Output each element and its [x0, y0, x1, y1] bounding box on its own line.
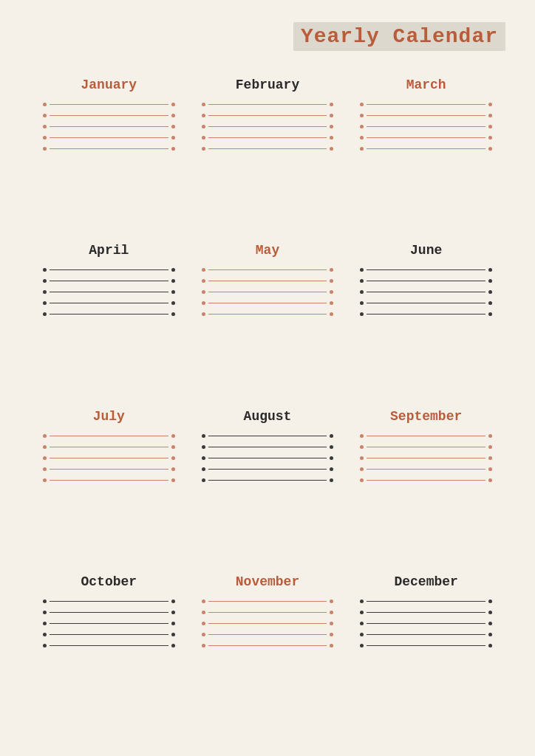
line-dash — [208, 148, 327, 149]
line-row — [202, 644, 334, 647]
month-block-june: June — [347, 237, 505, 402]
line-dash — [50, 292, 168, 292]
title-highlight: Yearly Calendar — [293, 22, 505, 51]
line-row — [360, 633, 492, 636]
line-dot-left — [43, 290, 47, 294]
month-block-october: October — [30, 568, 188, 734]
month-block-april: April — [30, 237, 188, 402]
line-dot-right — [330, 312, 333, 316]
line-dot-right — [171, 268, 175, 272]
line-dot-right — [171, 434, 175, 438]
line-dot-left — [202, 467, 205, 471]
line-dash — [208, 480, 327, 481]
line-dot-left — [43, 467, 47, 471]
line-dash — [367, 601, 485, 602]
line-dot-left — [202, 478, 205, 482]
line-dash — [50, 634, 168, 635]
line-dot-left — [360, 290, 364, 294]
line-row — [360, 114, 492, 117]
line-dot-right — [330, 456, 333, 460]
line-dash — [367, 115, 485, 116]
month-block-january: January — [30, 72, 188, 237]
month-block-november: November — [188, 568, 347, 734]
month-name-march: March — [360, 78, 492, 92]
line-dot-left — [360, 622, 364, 625]
line-dash — [367, 314, 485, 315]
line-dot-right — [330, 279, 333, 283]
line-dot-left — [360, 268, 364, 272]
line-dot-left — [202, 125, 205, 128]
line-dot-left — [360, 599, 364, 603]
line-dash — [50, 314, 168, 315]
line-dot-right — [488, 301, 492, 305]
line-row — [202, 103, 334, 106]
line-dot-left — [202, 312, 205, 316]
lines-container-march — [360, 103, 492, 151]
line-dash — [367, 269, 485, 270]
line-dash — [208, 104, 327, 105]
line-row — [43, 644, 175, 647]
line-dash — [50, 645, 168, 646]
line-row — [360, 301, 492, 305]
line-dash — [50, 126, 168, 127]
line-dash — [208, 458, 327, 458]
line-dot-left — [43, 611, 47, 614]
line-dot-right — [171, 467, 175, 471]
line-dot-left — [360, 114, 364, 117]
line-dot-right — [488, 103, 492, 106]
line-dot-right — [171, 445, 175, 449]
line-dot-right — [488, 456, 492, 460]
line-dash — [208, 612, 327, 613]
line-dash — [50, 436, 168, 436]
month-name-january: January — [43, 78, 175, 92]
line-row — [202, 136, 334, 140]
line-dash — [50, 115, 168, 116]
line-row — [43, 103, 175, 106]
line-dot-left — [202, 434, 205, 438]
line-row — [43, 622, 175, 625]
line-dot-right — [171, 633, 175, 636]
line-dot-right — [171, 478, 175, 482]
month-block-may: May — [188, 237, 347, 402]
line-row — [360, 103, 492, 106]
line-row — [43, 301, 175, 305]
line-dot-right — [330, 147, 333, 151]
line-dot-left — [43, 279, 47, 283]
line-dot-left — [202, 644, 205, 647]
lines-container-november — [202, 599, 334, 647]
line-dash — [367, 436, 485, 436]
line-row — [202, 147, 334, 151]
line-dash — [208, 303, 327, 303]
line-row — [202, 312, 334, 316]
line-dot-left — [360, 125, 364, 128]
line-row — [202, 478, 334, 482]
line-dot-left — [202, 445, 205, 449]
line-dash — [367, 634, 485, 635]
line-dot-left — [43, 633, 47, 636]
line-dot-right — [330, 114, 333, 117]
line-row — [202, 599, 334, 603]
line-row — [43, 633, 175, 636]
month-name-july: July — [43, 409, 175, 424]
line-dot-right — [488, 125, 492, 128]
line-row — [202, 279, 334, 283]
line-dot-left — [202, 633, 205, 636]
line-dot-left — [360, 434, 364, 438]
line-dot-left — [360, 312, 364, 316]
line-row — [43, 114, 175, 117]
line-row — [360, 136, 492, 140]
line-dot-left — [202, 611, 205, 614]
line-dash — [367, 303, 485, 303]
line-dot-left — [202, 622, 205, 625]
line-dash — [208, 623, 327, 624]
line-dash — [208, 436, 327, 436]
line-dot-right — [171, 456, 175, 460]
lines-container-july — [43, 434, 175, 482]
line-dot-right — [330, 434, 333, 438]
month-name-october: October — [43, 574, 175, 589]
line-row — [360, 147, 492, 151]
month-block-december: December — [347, 568, 505, 734]
line-dot-right — [488, 611, 492, 614]
line-dot-right — [171, 312, 175, 316]
line-row — [202, 622, 334, 625]
